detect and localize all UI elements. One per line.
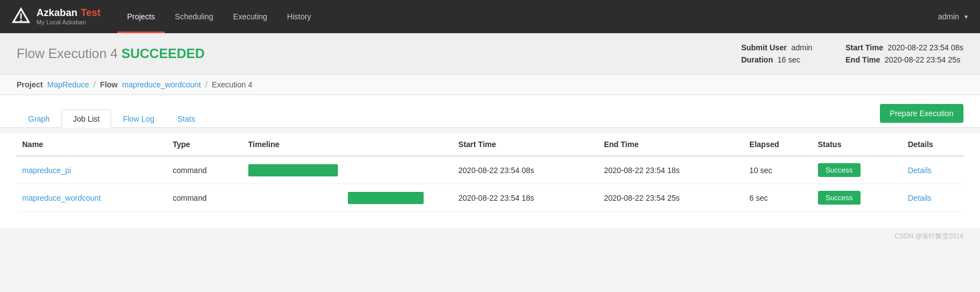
job-name-link[interactable]: mapreduce_wordcount [22,194,101,202]
nav-projects[interactable]: Projects [117,0,165,33]
tab-graph[interactable]: Graph [17,109,61,128]
table-header-row: Name Type Timeline Start Time End Time E… [17,133,963,156]
details-link[interactable]: Details [908,166,931,175]
duration-label: Duration [741,55,773,64]
breadcrumb-project-label: Project [17,80,43,89]
tab-stats[interactable]: Stats [166,109,207,128]
duration-value: 16 sec [778,55,800,64]
user-menu[interactable]: admin ▼ [938,12,969,21]
svg-point-2 [20,20,22,22]
job-details-cell: Details [902,156,963,184]
start-time-row: Start Time 2020-08-22 23:54 08s [846,43,963,52]
details-link[interactable]: Details [908,194,931,202]
breadcrumb-execution-label: Execution 4 [212,80,252,89]
breadcrumb-sep2: / [205,80,207,89]
end-time-label: End Time [846,55,880,64]
meta-col-left: Submit User admin Duration 16 sec [741,43,812,64]
timeline-bar [248,164,338,176]
chevron-down-icon: ▼ [963,14,969,20]
col-end-time: End Time [598,133,744,156]
job-type: command [167,184,243,212]
breadcrumb: Project MapReduce / Flow mapreduce_wordc… [0,75,980,95]
job-start-time: 2020-08-22 23:54 18s [453,184,598,212]
brand-text: Azkaban Test My Local Azkaban [37,7,101,27]
job-elapsed: 6 sec [744,184,812,212]
breadcrumb-flow-label: Flow [100,80,118,89]
start-time-label: Start Time [846,43,883,52]
brand: Azkaban Test My Local Azkaban [11,7,101,27]
status-succeeded: SUCCEEDED [121,46,205,61]
brand-logo-icon [11,7,31,27]
meta-col-right: Start Time 2020-08-22 23:54 08s End Time… [846,43,963,64]
nav-scheduling[interactable]: Scheduling [165,0,223,33]
job-end-time: 2020-08-22 23:54 25s [598,184,744,212]
prepare-execution-button[interactable]: Prepare Execution [880,104,963,123]
nav-history[interactable]: History [277,0,321,33]
footer-watermark: CSDN @落叶飘雪2014 [0,228,980,244]
brand-test: Test [81,7,101,19]
job-timeline [243,156,453,184]
job-list-table: Name Type Timeline Start Time End Time E… [17,133,963,212]
submit-user-value: admin [791,43,812,52]
table-section: Name Type Timeline Start Time End Time E… [0,133,980,228]
title-prefix: Flow Execution 4 [17,46,118,61]
page-meta: Submit User admin Duration 16 sec Start … [741,43,963,64]
timeline-bar [348,192,424,204]
status-badge: Success [818,163,861,177]
table-row: mapreduce_picommand2020-08-22 23:54 08s2… [17,156,963,184]
job-details-cell: Details [902,184,963,212]
breadcrumb-sep1: / [93,80,96,89]
col-start-time: Start Time [453,133,598,156]
end-time-row: End Time 2020-08-22 23:54 25s [846,55,963,64]
brand-azkaban: Azkaban [37,7,77,19]
col-name: Name [17,133,167,156]
job-status: Success [812,184,903,212]
job-end-time: 2020-08-22 23:54 18s [598,156,744,184]
tab-flow-log[interactable]: Flow Log [111,109,166,128]
breadcrumb-project-link[interactable]: MapReduce [47,80,89,89]
brand-subtitle: My Local Azkaban [37,19,101,26]
tabs-list: Graph Job List Flow Log Stats [17,109,207,127]
end-time-value: 2020-08-22 23:54 25s [885,55,961,64]
job-start-time: 2020-08-22 23:54 08s [453,156,598,184]
start-time-value: 2020-08-22 23:54 08s [888,43,963,52]
submit-user-row: Submit User admin [741,43,812,52]
navbar: Azkaban Test My Local Azkaban Projects S… [0,0,980,33]
col-type: Type [167,133,243,156]
status-badge: Success [818,191,861,205]
job-type: command [167,156,243,184]
nav-executing[interactable]: Executing [223,0,277,33]
submit-user-label: Submit User [741,43,786,52]
watermark-text: CSDN @落叶飘雪2014 [895,232,963,240]
user-name: admin [938,12,959,21]
navbar-nav: Projects Scheduling Executing History [117,0,938,33]
page-header: Flow Execution 4 SUCCEEDED Submit User a… [0,33,980,75]
job-name-link[interactable]: mapreduce_pi [22,166,71,175]
duration-row: Duration 16 sec [741,55,812,64]
col-timeline: Timeline [243,133,453,156]
breadcrumb-flow-link[interactable]: mapreduce_wordcount [122,80,201,89]
job-status: Success [812,156,903,184]
tab-job-list[interactable]: Job List [61,109,111,128]
col-elapsed: Elapsed [744,133,812,156]
page-title: Flow Execution 4 SUCCEEDED [17,46,205,61]
table-row: mapreduce_wordcountcommand2020-08-22 23:… [17,184,963,212]
col-details: Details [902,133,963,156]
job-timeline [243,184,453,212]
tabs-section: Graph Job List Flow Log Stats Prepare Ex… [0,95,980,128]
col-status: Status [812,133,903,156]
job-elapsed: 10 sec [744,156,812,184]
